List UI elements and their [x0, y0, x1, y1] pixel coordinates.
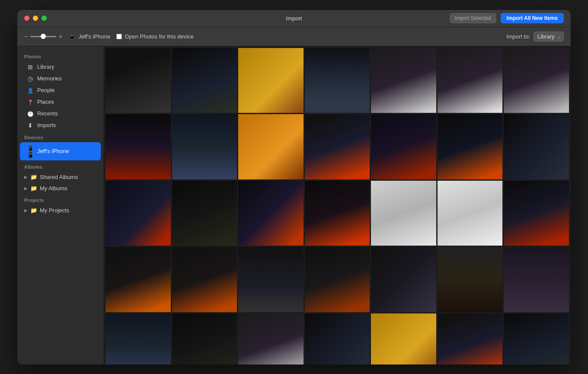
places-icon	[27, 99, 34, 105]
zoom-slider[interactable]	[30, 36, 56, 37]
open-photos-text: Open Photos for this device	[125, 33, 194, 40]
main-content: Photos Library Memories People Places Re…	[17, 46, 571, 364]
sidebar-people-label: People	[37, 87, 54, 93]
photo-cell[interactable]	[105, 247, 171, 312]
photo-cell[interactable]	[238, 247, 304, 312]
photo-cell[interactable]	[305, 48, 370, 113]
photo-cell[interactable]	[504, 48, 569, 113]
titlebar: Import Import Selected Import All New It…	[17, 10, 571, 27]
photos-section-label: Photos	[17, 51, 103, 61]
sidebar-places-label: Places	[37, 99, 54, 105]
photo-cell[interactable]	[172, 48, 237, 113]
photo-cell[interactable]	[238, 114, 304, 179]
sidebar-recents-label: Recents	[37, 110, 58, 117]
memories-icon	[27, 75, 34, 82]
photo-cell[interactable]	[172, 313, 237, 364]
sidebar: Photos Library Memories People Places Re…	[17, 46, 104, 364]
maximize-button[interactable]	[42, 16, 47, 21]
projects-section-label: Projects	[17, 194, 103, 205]
photo-cell[interactable]	[438, 313, 503, 364]
photo-cell[interactable]	[172, 114, 237, 179]
zoom-plus-icon[interactable]: +	[59, 33, 62, 40]
sidebar-item-shared-albums[interactable]: ▶ 📁 Shared Albums	[17, 172, 103, 182]
sidebar-item-library[interactable]: Library	[20, 61, 101, 73]
albums-section-label: Albums	[17, 161, 103, 171]
library-icon	[27, 64, 34, 70]
photo-cell[interactable]	[371, 114, 436, 179]
sidebar-item-imports[interactable]: Imports	[20, 120, 101, 131]
photo-grid-container[interactable]	[104, 46, 571, 364]
photo-cell[interactable]	[172, 247, 237, 312]
sidebar-item-recents[interactable]: Recents	[20, 108, 101, 119]
photo-cell[interactable]	[371, 247, 436, 312]
photo-cell[interactable]	[172, 181, 237, 246]
people-icon	[27, 87, 34, 94]
photo-cell[interactable]	[305, 181, 370, 246]
sidebar-shared-albums-label: Shared Albums	[40, 174, 78, 180]
import-to-label: Import to:	[506, 33, 530, 40]
photo-cell[interactable]	[371, 181, 436, 246]
photo-cell[interactable]	[438, 181, 503, 246]
photo-cell[interactable]	[504, 313, 569, 364]
zoom-minus-icon[interactable]: −	[24, 33, 28, 40]
device-label: 📱 Jeff's iPhone	[68, 33, 110, 40]
photo-cell[interactable]	[504, 247, 569, 312]
sidebar-imports-label: Imports	[37, 122, 56, 128]
my-albums-icon: 📁	[30, 185, 37, 192]
device-name-label: Jeff's iPhone	[78, 33, 110, 40]
sidebar-item-memories[interactable]: Memories	[20, 73, 101, 84]
photo-cell[interactable]	[371, 48, 436, 113]
sidebar-my-albums-label: My Albums	[40, 185, 67, 192]
photo-cell[interactable]	[504, 181, 569, 246]
toolbar: − + 📱 Jeff's iPhone Open Photos for this…	[17, 27, 571, 46]
recents-icon	[27, 110, 34, 117]
titlebar-actions: Import Selected Import All New Items	[450, 13, 564, 23]
traffic-lights	[24, 16, 47, 21]
close-button[interactable]	[24, 16, 29, 21]
photo-cell[interactable]	[504, 114, 569, 179]
photo-cell[interactable]	[238, 313, 304, 364]
photo-cell[interactable]	[305, 247, 370, 312]
photo-cell[interactable]	[438, 48, 503, 113]
my-albums-chevron: ▶	[24, 186, 28, 191]
photo-cell[interactable]	[305, 114, 370, 179]
open-photos-checkbox[interactable]	[116, 34, 122, 39]
sidebar-item-my-projects[interactable]: ▶ 📁 My Projects	[17, 205, 103, 216]
open-photos-label[interactable]: Open Photos for this device	[116, 33, 194, 40]
sidebar-item-my-albums[interactable]: ▶ 📁 My Albums	[17, 183, 103, 194]
photo-cell[interactable]	[438, 114, 503, 179]
photo-cell[interactable]	[105, 114, 171, 179]
zoom-controls: − +	[24, 33, 62, 40]
library-select[interactable]: Library	[534, 32, 564, 42]
iphone-icon: 📱	[68, 33, 76, 40]
sidebar-library-label: Library	[37, 64, 54, 70]
my-projects-chevron: ▶	[24, 208, 28, 213]
imports-icon	[27, 122, 34, 129]
shared-albums-chevron: ▶	[24, 175, 28, 179]
minimize-button[interactable]	[33, 16, 38, 21]
library-select-wrapper: Library	[534, 32, 564, 42]
import-to-section: Import to: Library	[506, 32, 564, 42]
sidebar-item-places[interactable]: Places	[20, 96, 101, 108]
photo-cell[interactable]	[238, 181, 304, 246]
photo-grid	[105, 48, 569, 364]
shared-albums-icon: 📁	[30, 174, 37, 180]
devices-section-label: Devices	[17, 131, 103, 142]
main-window: Import Import Selected Import All New It…	[17, 10, 571, 364]
sidebar-memories-label: Memories	[37, 75, 62, 82]
photo-cell[interactable]	[105, 48, 171, 113]
photo-cell[interactable]	[238, 48, 304, 113]
sidebar-item-people[interactable]: People	[20, 85, 101, 96]
import-selected-button[interactable]: Import Selected	[450, 13, 496, 23]
photo-cell[interactable]	[438, 247, 503, 312]
sidebar-item-device[interactable]: 📱 Jeff's iPhone	[20, 142, 101, 160]
window-title: Import	[286, 15, 302, 22]
my-projects-icon: 📁	[30, 207, 37, 214]
import-all-button[interactable]: Import All New Items	[501, 13, 564, 23]
photo-cell[interactable]	[305, 313, 370, 364]
photo-cell[interactable]	[371, 313, 436, 364]
photo-cell[interactable]	[105, 181, 171, 246]
sidebar-device-label: Jeff's iPhone	[37, 148, 69, 154]
sidebar-my-projects-label: My Projects	[40, 207, 69, 214]
photo-cell[interactable]	[105, 313, 171, 364]
